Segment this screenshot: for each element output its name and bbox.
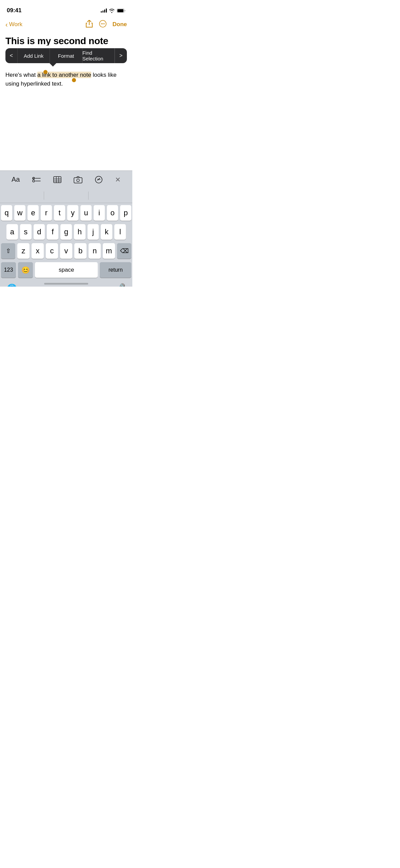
svg-point-4: [102, 23, 103, 24]
predictive-bar: [0, 188, 132, 203]
more-icon[interactable]: [99, 20, 107, 29]
keyboard: q w e r t y u i o p a s d f g h j k l ⇧ …: [0, 188, 132, 287]
selection-handle-left: [43, 70, 47, 74]
mic-icon[interactable]: 🎤: [114, 283, 126, 287]
svg-rect-15: [74, 178, 82, 183]
font-format-icon[interactable]: Aa: [12, 176, 20, 183]
status-bar: 09:41: [0, 0, 132, 16]
note-title: This is my second note: [0, 33, 132, 46]
context-menu-bar: < Add Link Format Find Selection >: [5, 48, 127, 63]
back-chevron-icon: ‹: [5, 21, 8, 28]
context-menu-find-selection[interactable]: Find Selection: [82, 48, 115, 63]
svg-point-5: [103, 23, 104, 24]
status-time: 09:41: [7, 7, 21, 14]
predictive-separator-2: [88, 192, 89, 200]
key-v[interactable]: v: [60, 243, 72, 259]
key-s[interactable]: s: [20, 224, 32, 240]
back-label: Work: [9, 21, 22, 28]
context-menu-add-link[interactable]: Add Link: [18, 48, 50, 63]
toolbar-close-icon[interactable]: ✕: [115, 176, 121, 184]
status-icons: [101, 8, 126, 13]
key-d[interactable]: d: [34, 224, 45, 240]
note-content[interactable]: Here's what a link to another note looks…: [5, 71, 127, 88]
note-text-before: Here's what: [5, 72, 37, 78]
key-numbers[interactable]: 123: [1, 262, 16, 278]
key-row-3: ⇧ z x c v b n m ⌫: [1, 243, 131, 259]
key-o[interactable]: o: [107, 205, 118, 221]
formatting-toolbar: Aa ✕: [0, 170, 132, 188]
key-b[interactable]: b: [74, 243, 87, 259]
svg-point-16: [77, 179, 79, 182]
table-icon[interactable]: [53, 176, 61, 183]
marker-icon[interactable]: [95, 176, 103, 184]
svg-rect-10: [54, 177, 61, 183]
context-menu-prev[interactable]: <: [5, 48, 18, 63]
key-return[interactable]: return: [100, 262, 131, 278]
key-h[interactable]: h: [74, 224, 85, 240]
key-c[interactable]: c: [46, 243, 58, 259]
key-m[interactable]: m: [103, 243, 115, 259]
key-space[interactable]: space: [35, 262, 98, 278]
key-u[interactable]: u: [80, 205, 92, 221]
key-t[interactable]: t: [54, 205, 65, 221]
predictive-separator-1: [44, 192, 44, 200]
key-g[interactable]: g: [60, 224, 72, 240]
share-icon[interactable]: [85, 20, 93, 29]
keyboard-keys: q w e r t y u i o p a s d f g h j k l ⇧ …: [0, 203, 132, 278]
context-menu-format[interactable]: Format: [50, 48, 82, 63]
wifi-icon: [109, 8, 115, 13]
key-y[interactable]: y: [67, 205, 78, 221]
globe-icon[interactable]: 🌐: [7, 284, 17, 287]
key-l[interactable]: l: [114, 224, 126, 240]
key-row-2: a s d f g h j k l: [1, 224, 131, 240]
home-indicator: [44, 283, 88, 285]
key-backspace[interactable]: ⌫: [117, 243, 131, 259]
note-content-area: Here's what a link to another note looks…: [0, 69, 132, 93]
battery-icon: [117, 8, 126, 13]
key-row-1: q w e r t y u i o p: [1, 205, 131, 221]
svg-point-7: [33, 180, 35, 182]
svg-rect-1: [117, 9, 123, 12]
key-r[interactable]: r: [41, 205, 52, 221]
key-f[interactable]: f: [47, 224, 58, 240]
context-menu: < Add Link Format Find Selection >: [5, 48, 127, 63]
camera-icon[interactable]: [74, 176, 82, 183]
context-menu-next[interactable]: >: [115, 48, 127, 63]
key-j[interactable]: j: [88, 224, 99, 240]
key-a[interactable]: a: [6, 224, 18, 240]
key-row-4: 123 😊 space return: [1, 262, 131, 278]
signal-icon: [101, 8, 107, 13]
key-x[interactable]: x: [32, 243, 44, 259]
nav-bar: ‹ Work Done: [0, 16, 132, 33]
key-p[interactable]: p: [120, 205, 131, 221]
svg-point-3: [101, 23, 102, 24]
key-e[interactable]: e: [27, 205, 39, 221]
key-k[interactable]: k: [101, 224, 112, 240]
key-n[interactable]: n: [89, 243, 101, 259]
nav-actions: Done: [85, 20, 127, 29]
selection-handle-right: [72, 78, 76, 82]
checklist-icon[interactable]: [32, 176, 41, 183]
key-shift[interactable]: ⇧: [1, 243, 15, 259]
done-button[interactable]: Done: [113, 21, 127, 28]
key-q[interactable]: q: [1, 205, 12, 221]
key-w[interactable]: w: [14, 205, 25, 221]
key-i[interactable]: i: [94, 205, 105, 221]
key-z[interactable]: z: [17, 243, 30, 259]
back-button[interactable]: ‹ Work: [5, 21, 22, 28]
key-emoji[interactable]: 😊: [18, 262, 33, 278]
